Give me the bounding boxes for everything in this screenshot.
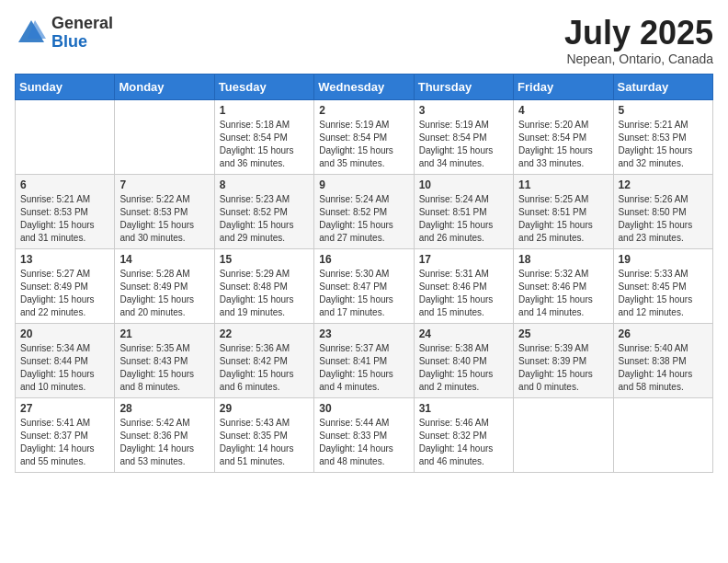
day-number: 13 [20, 253, 109, 266]
day-info: Sunrise: 5:41 AMSunset: 8:37 PMDaylight:… [20, 417, 109, 468]
day-number: 8 [220, 178, 309, 191]
month-title: July 2025 [564, 15, 713, 52]
day-number: 16 [319, 253, 408, 266]
calendar-cell: 9Sunrise: 5:24 AMSunset: 8:52 PMDaylight… [314, 174, 414, 248]
weekday-header-sunday: Sunday [16, 74, 115, 99]
day-number: 11 [518, 178, 608, 191]
calendar-cell: 20Sunrise: 5:34 AMSunset: 8:44 PMDayligh… [16, 323, 115, 397]
calendar-cell: 1Sunrise: 5:18 AMSunset: 8:54 PMDaylight… [214, 99, 313, 174]
calendar-cell: 8Sunrise: 5:23 AMSunset: 8:52 PMDaylight… [214, 174, 313, 248]
weekday-header-tuesday: Tuesday [214, 74, 313, 99]
calendar-cell [613, 397, 712, 472]
calendar-cell: 7Sunrise: 5:22 AMSunset: 8:53 PMDaylight… [115, 174, 214, 248]
day-number: 1 [220, 104, 309, 117]
calendar-cell [16, 99, 115, 174]
day-number: 2 [319, 104, 408, 117]
day-info: Sunrise: 5:37 AMSunset: 8:41 PMDaylight:… [319, 342, 408, 394]
weekday-header-thursday: Thursday [414, 74, 513, 99]
day-info: Sunrise: 5:27 AMSunset: 8:49 PMDaylight:… [20, 268, 109, 319]
calendar-cell: 24Sunrise: 5:38 AMSunset: 8:40 PMDayligh… [414, 323, 513, 397]
day-info: Sunrise: 5:44 AMSunset: 8:33 PMDaylight:… [319, 417, 408, 468]
day-number: 24 [419, 327, 508, 340]
calendar-week-5: 27Sunrise: 5:41 AMSunset: 8:37 PMDayligh… [16, 397, 713, 472]
calendar-cell: 19Sunrise: 5:33 AMSunset: 8:45 PMDayligh… [613, 248, 712, 323]
calendar-cell: 4Sunrise: 5:20 AMSunset: 8:54 PMDaylight… [514, 99, 613, 174]
day-info: Sunrise: 5:21 AMSunset: 8:53 PMDaylight:… [619, 119, 708, 170]
day-info: Sunrise: 5:25 AMSunset: 8:51 PMDaylight:… [518, 193, 608, 245]
calendar-cell [514, 397, 613, 472]
calendar-cell: 27Sunrise: 5:41 AMSunset: 8:37 PMDayligh… [16, 397, 115, 472]
calendar-week-1: 1Sunrise: 5:18 AMSunset: 8:54 PMDaylight… [16, 99, 713, 174]
calendar-cell: 30Sunrise: 5:44 AMSunset: 8:33 PMDayligh… [314, 397, 414, 472]
weekday-header-monday: Monday [115, 74, 214, 99]
day-number: 10 [419, 178, 508, 191]
day-info: Sunrise: 5:34 AMSunset: 8:44 PMDaylight:… [20, 342, 109, 394]
day-number: 26 [619, 327, 708, 340]
logo-blue-text: Blue [51, 33, 113, 52]
day-number: 3 [419, 104, 508, 117]
day-info: Sunrise: 5:33 AMSunset: 8:45 PMDaylight:… [619, 268, 708, 319]
calendar-cell: 29Sunrise: 5:43 AMSunset: 8:35 PMDayligh… [214, 397, 313, 472]
calendar-cell: 12Sunrise: 5:26 AMSunset: 8:50 PMDayligh… [613, 174, 712, 248]
day-info: Sunrise: 5:29 AMSunset: 8:48 PMDaylight:… [220, 268, 309, 319]
calendar-cell: 17Sunrise: 5:31 AMSunset: 8:46 PMDayligh… [414, 248, 513, 323]
logo: General Blue [15, 15, 113, 52]
logo-icon [15, 17, 48, 50]
weekday-header-friday: Friday [514, 74, 613, 99]
calendar-week-2: 6Sunrise: 5:21 AMSunset: 8:53 PMDaylight… [16, 174, 713, 248]
day-info: Sunrise: 5:23 AMSunset: 8:52 PMDaylight:… [220, 193, 309, 245]
day-number: 7 [119, 178, 209, 191]
day-number: 28 [119, 402, 209, 415]
day-info: Sunrise: 5:24 AMSunset: 8:51 PMDaylight:… [419, 193, 508, 245]
day-info: Sunrise: 5:20 AMSunset: 8:54 PMDaylight:… [518, 119, 608, 170]
day-info: Sunrise: 5:18 AMSunset: 8:54 PMDaylight:… [220, 119, 309, 170]
day-number: 31 [419, 402, 508, 415]
day-number: 30 [319, 402, 408, 415]
calendar-cell: 2Sunrise: 5:19 AMSunset: 8:54 PMDaylight… [314, 99, 414, 174]
day-number: 12 [619, 178, 708, 191]
day-number: 5 [619, 104, 708, 117]
day-info: Sunrise: 5:31 AMSunset: 8:46 PMDaylight:… [419, 268, 508, 319]
calendar-cell: 23Sunrise: 5:37 AMSunset: 8:41 PMDayligh… [314, 323, 414, 397]
calendar-cell: 26Sunrise: 5:40 AMSunset: 8:38 PMDayligh… [613, 323, 712, 397]
calendar-cell [115, 99, 214, 174]
day-number: 15 [220, 253, 309, 266]
day-info: Sunrise: 5:38 AMSunset: 8:40 PMDaylight:… [419, 342, 508, 394]
day-number: 14 [119, 253, 209, 266]
page-header: General Blue July 2025 Nepean, Ontario, … [15, 15, 713, 66]
day-info: Sunrise: 5:35 AMSunset: 8:43 PMDaylight:… [119, 342, 209, 394]
day-number: 6 [20, 178, 109, 191]
day-info: Sunrise: 5:19 AMSunset: 8:54 PMDaylight:… [319, 119, 408, 170]
day-number: 9 [319, 178, 408, 191]
calendar-cell: 13Sunrise: 5:27 AMSunset: 8:49 PMDayligh… [16, 248, 115, 323]
day-number: 21 [119, 327, 209, 340]
calendar-cell: 16Sunrise: 5:30 AMSunset: 8:47 PMDayligh… [314, 248, 414, 323]
day-info: Sunrise: 5:42 AMSunset: 8:36 PMDaylight:… [119, 417, 209, 468]
calendar-cell: 14Sunrise: 5:28 AMSunset: 8:49 PMDayligh… [115, 248, 214, 323]
calendar-table: SundayMondayTuesdayWednesdayThursdayFrid… [15, 74, 713, 473]
calendar-cell: 11Sunrise: 5:25 AMSunset: 8:51 PMDayligh… [514, 174, 613, 248]
day-number: 25 [518, 327, 608, 340]
calendar-cell: 3Sunrise: 5:19 AMSunset: 8:54 PMDaylight… [414, 99, 513, 174]
location-subtitle: Nepean, Ontario, Canada [564, 52, 713, 66]
day-info: Sunrise: 5:39 AMSunset: 8:39 PMDaylight:… [518, 342, 608, 394]
calendar-cell: 10Sunrise: 5:24 AMSunset: 8:51 PMDayligh… [414, 174, 513, 248]
calendar-week-3: 13Sunrise: 5:27 AMSunset: 8:49 PMDayligh… [16, 248, 713, 323]
day-info: Sunrise: 5:43 AMSunset: 8:35 PMDaylight:… [220, 417, 309, 468]
day-number: 22 [220, 327, 309, 340]
day-info: Sunrise: 5:36 AMSunset: 8:42 PMDaylight:… [220, 342, 309, 394]
day-info: Sunrise: 5:19 AMSunset: 8:54 PMDaylight:… [419, 119, 508, 170]
title-area: July 2025 Nepean, Ontario, Canada [564, 15, 713, 66]
logo-text: General Blue [51, 15, 113, 52]
day-info: Sunrise: 5:40 AMSunset: 8:38 PMDaylight:… [619, 342, 708, 394]
logo-general-text: General [51, 15, 113, 33]
day-info: Sunrise: 5:24 AMSunset: 8:52 PMDaylight:… [319, 193, 408, 245]
day-number: 23 [319, 327, 408, 340]
calendar-cell: 21Sunrise: 5:35 AMSunset: 8:43 PMDayligh… [115, 323, 214, 397]
calendar-cell: 6Sunrise: 5:21 AMSunset: 8:53 PMDaylight… [16, 174, 115, 248]
day-number: 29 [220, 402, 309, 415]
calendar-cell: 28Sunrise: 5:42 AMSunset: 8:36 PMDayligh… [115, 397, 214, 472]
weekday-header-saturday: Saturday [613, 74, 712, 99]
day-number: 17 [419, 253, 508, 266]
day-info: Sunrise: 5:46 AMSunset: 8:32 PMDaylight:… [419, 417, 508, 468]
